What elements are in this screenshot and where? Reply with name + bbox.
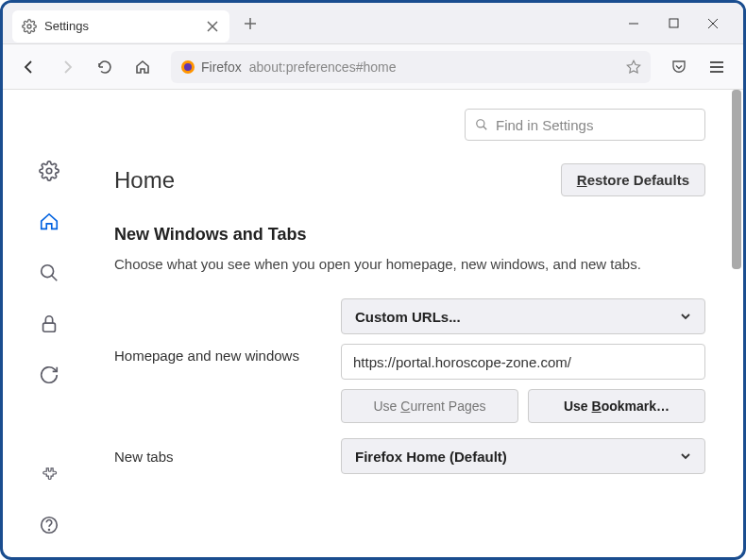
homepage-url-input[interactable] <box>341 344 705 380</box>
new-tab-button[interactable] <box>237 10 263 37</box>
chevron-down-icon <box>680 450 691 462</box>
home-button[interactable] <box>127 52 158 82</box>
section-title: New Windows and Tabs <box>114 225 705 245</box>
scrollbar[interactable] <box>730 90 743 557</box>
use-bookmark-button[interactable]: Use Bookmark… <box>528 389 705 423</box>
search-placeholder: Find in Settings <box>496 117 593 133</box>
search-icon <box>475 118 488 131</box>
chevron-down-icon <box>680 311 691 322</box>
select-value: Firefox Home (Default) <box>355 449 507 465</box>
svg-rect-1 <box>670 19 678 27</box>
svg-point-3 <box>184 63 192 71</box>
page-title: Home <box>114 167 175 194</box>
close-window-button[interactable] <box>702 12 724 35</box>
sidebar-item-sync[interactable] <box>34 360 64 390</box>
bookmark-star-icon[interactable] <box>626 59 641 75</box>
forward-button[interactable] <box>52 52 82 82</box>
reload-button[interactable] <box>90 52 120 82</box>
svg-point-6 <box>42 265 54 278</box>
back-button[interactable] <box>14 52 44 82</box>
search-input[interactable]: Find in Settings <box>465 109 705 141</box>
sidebar-item-home[interactable] <box>34 207 64 237</box>
sidebar-item-privacy[interactable] <box>34 309 64 339</box>
urlbar-identity: Firefox <box>180 59 242 75</box>
url-bar[interactable]: Firefox about:preferences#home <box>171 51 651 83</box>
window-titlebar: Settings <box>3 3 743 44</box>
homepage-mode-select[interactable]: Custom URLs... <box>341 298 705 334</box>
restore-defaults-button[interactable]: Restore Defaults <box>561 163 705 196</box>
scrollbar-thumb[interactable] <box>732 90 741 269</box>
newtabs-select[interactable]: Firefox Home (Default) <box>341 438 705 474</box>
sidebar-item-general[interactable] <box>34 156 64 186</box>
url-text: about:preferences#home <box>249 59 397 75</box>
newtabs-label: New tabs <box>114 449 322 465</box>
sidebar-item-help[interactable] <box>34 510 64 540</box>
svg-point-5 <box>46 168 52 174</box>
sidebar-item-extensions[interactable] <box>34 459 64 489</box>
minimize-button[interactable] <box>622 12 645 35</box>
tab-title: Settings <box>44 19 197 33</box>
select-value: Custom URLs... <box>355 309 461 325</box>
svg-marker-4 <box>627 60 639 73</box>
close-icon[interactable] <box>205 19 220 34</box>
settings-main: Find in Settings Home Restore Defaults N… <box>95 90 743 557</box>
window-controls <box>622 12 743 35</box>
svg-point-0 <box>27 25 31 28</box>
settings-sidebar <box>3 90 95 557</box>
svg-rect-7 <box>43 323 56 331</box>
svg-point-9 <box>49 530 50 531</box>
browser-tab[interactable]: Settings <box>12 10 229 42</box>
firefox-logo-icon <box>180 59 195 75</box>
homepage-label: Homepage and new windows <box>114 298 322 364</box>
browser-toolbar: Firefox about:preferences#home <box>3 44 743 90</box>
maximize-button[interactable] <box>662 12 685 35</box>
identity-label: Firefox <box>201 59 242 75</box>
sidebar-item-search[interactable] <box>34 258 64 288</box>
menu-button[interactable] <box>702 52 732 82</box>
svg-point-10 <box>477 120 484 127</box>
section-description: Choose what you see when you open your h… <box>114 256 705 272</box>
pocket-button[interactable] <box>664 52 694 82</box>
gear-icon <box>22 19 37 34</box>
use-current-pages-button[interactable]: Use Current Pages <box>341 389 518 423</box>
